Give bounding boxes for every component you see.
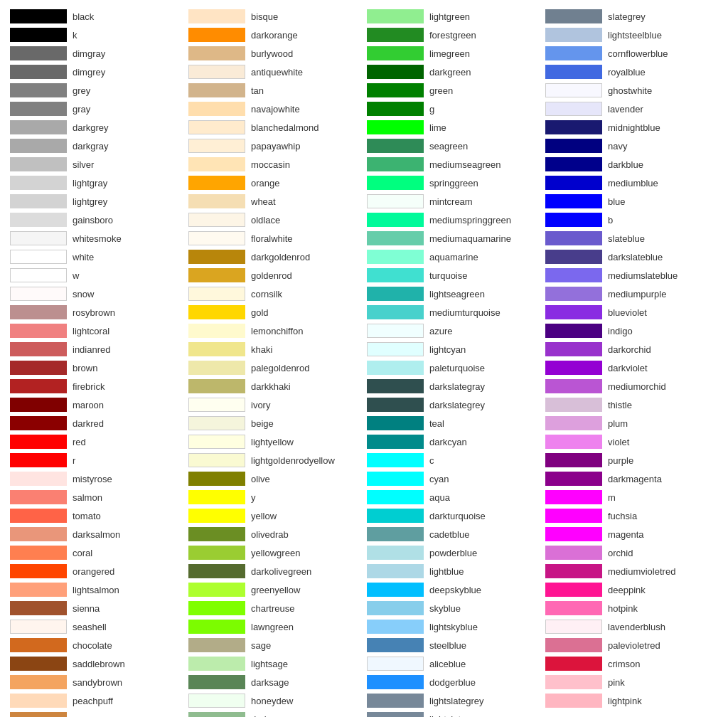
color-item: mediumpurple	[542, 285, 721, 303]
color-name-label: darkblue	[608, 159, 643, 170]
color-swatch	[10, 46, 67, 60]
color-name-label: lightseagreen	[429, 289, 485, 299]
color-item: aliceblue	[364, 654, 542, 673]
color-swatch	[188, 268, 245, 282]
color-item: blueviolet	[542, 303, 721, 322]
color-name-label: goldenrod	[251, 270, 292, 281]
color-name-label: seagreen	[429, 141, 468, 152]
color-swatch	[10, 416, 67, 430]
color-name-label: springgreen	[429, 178, 478, 188]
color-name-label: honeydew	[251, 696, 293, 706]
color-name-label: darksalmon	[73, 529, 120, 540]
color-swatch	[367, 527, 424, 541]
color-swatch	[10, 435, 67, 449]
color-name-label: indianred	[73, 344, 111, 355]
color-item: darkgreen	[364, 63, 542, 81]
color-swatch	[367, 490, 424, 504]
color-swatch	[188, 194, 245, 208]
color-item: midnightblue	[542, 118, 721, 137]
color-name-label: m	[608, 492, 616, 503]
color-item: mediumblue	[542, 174, 721, 192]
color-swatch	[10, 9, 67, 23]
color-name-label: lightslategrey	[429, 696, 484, 706]
color-item: olive	[186, 469, 364, 488]
color-swatch	[188, 157, 245, 171]
color-name-label: mediumorchid	[608, 381, 666, 392]
color-swatch	[367, 231, 424, 245]
color-item: whitesmoke	[7, 229, 186, 248]
color-swatch	[545, 194, 602, 208]
color-item: black	[7, 7, 186, 26]
color-swatch	[545, 324, 602, 338]
color-swatch	[367, 324, 424, 338]
color-item: darkmagenta	[542, 469, 721, 488]
color-item: darkslateblue	[542, 248, 721, 266]
color-swatch	[10, 102, 67, 116]
color-swatch	[10, 83, 67, 97]
color-item: lemonchiffon	[186, 322, 364, 340]
color-swatch	[188, 305, 245, 319]
color-swatch	[545, 583, 602, 597]
color-swatch	[188, 102, 245, 116]
color-item: ghostwhite	[542, 81, 721, 100]
color-name-label: beige	[251, 418, 274, 429]
color-swatch	[188, 342, 245, 356]
color-item: floralwhite	[186, 229, 364, 248]
color-item: azure	[364, 322, 542, 340]
color-swatch	[10, 675, 67, 689]
color-item: mintcream	[364, 192, 542, 211]
color-item: orchid	[542, 543, 721, 562]
color-item: olivedrab	[186, 525, 364, 543]
color-name-label: g	[429, 104, 434, 115]
color-item: paleturquoise	[364, 358, 542, 377]
color-swatch	[188, 527, 245, 541]
color-item: firebrick	[7, 377, 186, 395]
color-item: lightskyblue	[364, 617, 542, 636]
color-item: turquoise	[364, 266, 542, 285]
color-name-label: darkslategray	[429, 381, 485, 392]
color-item: mediumturquoise	[364, 303, 542, 322]
color-name-label: seashell	[73, 622, 107, 632]
color-name-label: powderblue	[429, 548, 477, 558]
color-swatch	[545, 157, 602, 171]
color-swatch	[545, 46, 602, 60]
color-column-0: blackkdimgraydimgreygreygraydarkgreydark…	[7, 7, 186, 717]
color-name-label: darkgray	[73, 141, 109, 152]
color-item: dodgerblue	[364, 673, 542, 691]
color-name-label: darkturquoise	[429, 511, 486, 521]
color-item: tan	[186, 81, 364, 100]
color-item: lightsage	[186, 654, 364, 673]
color-item: lightsalmon	[7, 580, 186, 599]
color-swatch	[545, 231, 602, 245]
color-name-label: greenyellow	[251, 585, 300, 595]
color-name-label: papayawhip	[251, 141, 300, 152]
color-item: orangered	[7, 562, 186, 580]
color-name-label: lightgoldenrodyellow	[251, 455, 335, 466]
color-item: forestgreen	[364, 26, 542, 44]
color-name-label: navy	[608, 141, 627, 152]
color-item: gold	[186, 303, 364, 322]
color-swatch	[545, 361, 602, 375]
color-column-1: bisquedarkorangeburlywoodantiquewhitetan…	[186, 7, 364, 717]
color-swatch	[545, 120, 602, 134]
color-name-label: darkgrey	[73, 122, 109, 133]
color-name-label: darkslategrey	[429, 400, 485, 410]
color-swatch	[188, 176, 245, 190]
color-swatch	[10, 250, 67, 264]
color-item: darkturquoise	[364, 506, 542, 525]
color-name-label: y	[251, 492, 256, 503]
color-name-label: dimgray	[73, 48, 105, 59]
color-swatch	[188, 620, 245, 634]
color-name-label: chartreuse	[251, 603, 294, 614]
color-swatch	[10, 620, 67, 634]
color-item: mediumaquamarine	[364, 229, 542, 248]
color-item: darkviolet	[542, 358, 721, 377]
color-item: sage	[186, 636, 364, 654]
color-name-label: limegreen	[429, 48, 470, 59]
color-name-label: lavender	[608, 104, 643, 115]
color-swatch	[188, 28, 245, 42]
color-item: k	[7, 26, 186, 44]
color-swatch	[367, 564, 424, 578]
color-swatch	[367, 583, 424, 597]
color-item: wheat	[186, 192, 364, 211]
